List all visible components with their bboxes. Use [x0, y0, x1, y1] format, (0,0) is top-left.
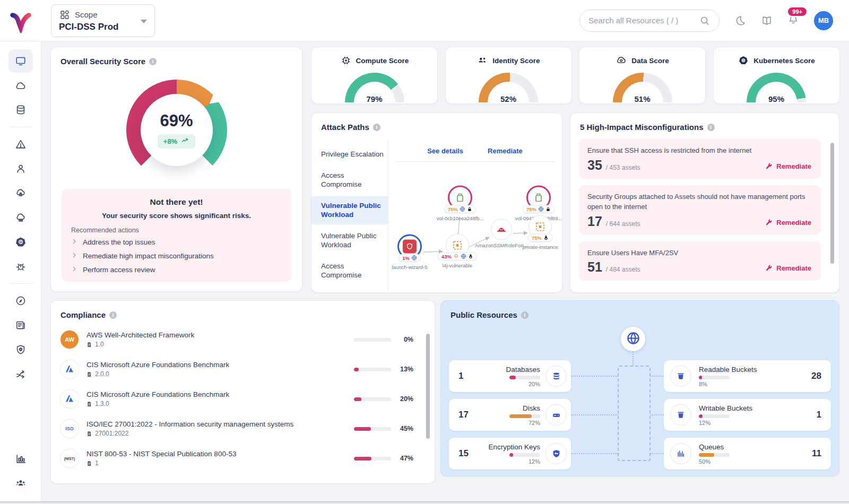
notification-badge: 99+ — [787, 6, 808, 17]
misconfiguration-item: Security Groups attached to Assets shoul… — [579, 185, 821, 235]
sidebar-divider — [10, 441, 32, 442]
attack-path-menu-item[interactable]: Vulnerable Public Workload — [311, 196, 388, 224]
sidebar-item-inventory-database[interactable] — [8, 98, 33, 121]
attack-path-menu-item[interactable]: Privilege Escalation — [311, 145, 388, 164]
misconfig-scrollbar[interactable] — [830, 143, 834, 264]
cloud-icon — [15, 80, 27, 91]
chevron-right-icon — [71, 266, 77, 274]
team-icon — [15, 477, 27, 489]
info-icon[interactable]: i — [707, 124, 715, 131]
attack-paths-card: Attack Paths i Privilege EscalationAcces… — [311, 112, 562, 293]
score-card-label: Compute Score — [356, 57, 409, 65]
data-score-card[interactable]: Data Score51% — [579, 47, 706, 104]
compute-icon — [340, 55, 352, 66]
sidebar-item-analytics[interactable] — [8, 447, 33, 471]
resource-label: Disks — [523, 404, 540, 412]
framework-version: 1.0 — [86, 341, 354, 348]
scope-selector[interactable]: Scope PCI-DSS Prod — [51, 4, 155, 37]
compute-score-card[interactable]: Compute Score79% — [311, 47, 438, 104]
resource-percent: 50% — [699, 458, 711, 465]
info-icon[interactable]: i — [109, 311, 117, 319]
search-input[interactable] — [588, 16, 695, 25]
resource-percent: 12% — [529, 458, 540, 465]
resource-percent: 20% — [529, 381, 540, 387]
avatar[interactable]: MB — [814, 11, 833, 30]
reports-icon — [15, 319, 27, 331]
graph-node-volume[interactable]: 75%vol-0cb10eea248fb... — [434, 186, 487, 221]
scope-grid-icon — [59, 9, 71, 21]
identity-score-card[interactable]: Identity Score52% — [445, 47, 572, 104]
framework-version: 27001:2022 — [86, 430, 354, 437]
framework-version: 2.0.0 — [86, 370, 354, 378]
dark-mode-icon[interactable] — [734, 15, 746, 27]
public-resource-queues[interactable]: Queues50%11 — [664, 438, 831, 470]
resource-progress-bar — [509, 376, 540, 379]
sidebar-item-identity[interactable] — [8, 157, 33, 180]
sidebar-divider — [10, 283, 32, 284]
remediate-button[interactable]: Remediate — [765, 162, 811, 170]
notifications-bell-icon[interactable]: 99+ — [787, 14, 799, 28]
recommended-action[interactable]: Address the top issues — [71, 234, 282, 248]
compliance-framework-row[interactable]: (NIST)NIST 800-53 - NIST Special Publica… — [51, 444, 435, 473]
sidebar-item-team[interactable] — [8, 472, 33, 495]
overall-security-score-title: Overall Security Score — [60, 57, 145, 66]
framework-version: 1 — [86, 459, 354, 467]
window-bottom-edge — [0, 501, 849, 504]
info-icon[interactable]: i — [373, 124, 380, 131]
node-label: l4j-vulnerable — [443, 263, 473, 268]
compliance-framework-row[interactable]: AWAWS Well-Architected Framework1.00% — [51, 325, 435, 354]
sidebar-item-reports[interactable] — [8, 314, 33, 337]
compliance-progress-bar — [354, 368, 391, 371]
compliance-framework-row[interactable]: CIS Microsoft Azure Foundations Benchmar… — [51, 354, 435, 384]
sidebar-item-cloud-security[interactable] — [8, 181, 33, 205]
compliance-framework-row[interactable]: ISOISO/IEC 27001:2022 - Information secu… — [51, 414, 435, 444]
docs-icon[interactable] — [761, 15, 773, 27]
sidebar-item-automation[interactable] — [8, 362, 33, 386]
attack-path-graph[interactable]: 75%vol-0cb10eea248fb...75%vol-0943954c8b… — [388, 140, 561, 292]
resource-count: 17 — [458, 410, 469, 420]
misconfiguration-text: Security Groups attached to Assets shoul… — [587, 192, 812, 212]
identity-icon — [15, 163, 27, 175]
sidebar-item-workload[interactable] — [8, 206, 33, 229]
public-resource-disks[interactable]: 17Disks72% — [449, 399, 571, 431]
remediate-button[interactable]: Remediate — [765, 219, 811, 227]
public-resource-encryption-keys[interactable]: 15Encryption Keys12% — [449, 438, 571, 470]
app-logo[interactable] — [0, 8, 41, 33]
public-resource-writable-buckets[interactable]: Writable Buckets12%1 — [664, 399, 831, 431]
compliance-scrollbar[interactable] — [426, 334, 430, 439]
public-resource-readable-buckets[interactable]: Readable Buckets8%28 — [664, 360, 831, 392]
sidebar-item-cloud[interactable] — [8, 74, 33, 97]
info-icon[interactable]: i — [521, 311, 529, 319]
score-gauge-value: 79% — [345, 94, 404, 102]
recommended-action[interactable]: Remediate high impact misconfigurations — [71, 248, 282, 262]
sidebar-item-issues[interactable] — [8, 133, 33, 156]
issues-icon — [15, 138, 27, 150]
sidebar — [0, 41, 41, 504]
global-search[interactable] — [579, 10, 720, 32]
risk-percent-badge: 75% — [532, 235, 542, 241]
graph-node-security-group[interactable]: 1%launch-wizard-5 — [383, 234, 436, 270]
attack-path-menu-item[interactable]: Access Compromise — [311, 166, 388, 194]
scope-label: Scope — [75, 10, 98, 19]
kubernetes-score-card[interactable]: Kubernetes Score95% — [713, 47, 840, 104]
framework-name: AWS Well-Architected Framework — [86, 331, 354, 339]
sidebar-item-explorer[interactable] — [8, 289, 33, 312]
public-resource-databases[interactable]: 1Databases20% — [449, 360, 571, 392]
info-icon[interactable]: i — [149, 58, 157, 65]
sidebar-item-vulnerabilities[interactable] — [8, 255, 33, 278]
sidebar-item-kubernetes[interactable] — [8, 230, 33, 254]
misconfigurations-card: 5 High-Impact Misconfigurations i Ensure… — [570, 112, 839, 293]
sidebar-divider — [10, 127, 32, 127]
graph-node-instance[interactable]: 75%private-instance — [514, 215, 567, 250]
remediate-button[interactable]: Remediate — [765, 264, 811, 272]
recommended-action-label: Perform access review — [83, 266, 155, 274]
compliance-progress-bar — [354, 427, 391, 431]
security-score-value: 69% — [160, 111, 193, 131]
sidebar-item-dashboard[interactable] — [8, 49, 33, 73]
recommended-action-label: Remediate high impact misconfigurations — [83, 252, 214, 260]
compliance-framework-row[interactable]: CIS Microsoft Azure Foundations Benchmar… — [51, 384, 435, 414]
attack-path-menu-item[interactable]: Vulnerable Public Workload — [311, 227, 388, 255]
recommended-action[interactable]: Perform access review — [71, 262, 282, 275]
attack-path-menu-item[interactable]: Access Compromise — [311, 257, 388, 285]
sidebar-item-policies[interactable] — [8, 338, 33, 361]
